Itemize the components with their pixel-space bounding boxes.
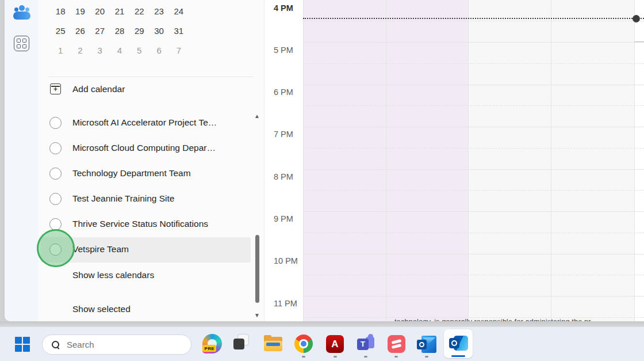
outlook-new-icon[interactable] bbox=[449, 335, 468, 352]
mini-day[interactable]: 1 bbox=[51, 41, 70, 60]
running-indicator bbox=[334, 356, 337, 358]
calendar-checkbox[interactable] bbox=[49, 142, 62, 154]
calendar-name: Microsoft AI Accelerator Project Te… bbox=[72, 117, 217, 128]
current-time-dot bbox=[632, 15, 640, 22]
running-indicator bbox=[302, 356, 305, 358]
mini-day[interactable]: 23 bbox=[149, 2, 168, 21]
hour-line bbox=[303, 169, 644, 170]
scribe-icon[interactable] bbox=[388, 335, 405, 353]
calendar-list-item[interactable]: Technology Department Team bbox=[40, 161, 251, 187]
running-indicator bbox=[394, 356, 398, 358]
calendar-list-item[interactable]: Microsoft AI Accelerator Project Te… bbox=[40, 111, 251, 136]
hour-line bbox=[303, 211, 644, 212]
calendar-checkbox[interactable] bbox=[49, 117, 62, 129]
calendar-checkbox[interactable] bbox=[49, 193, 62, 205]
annotation-circle bbox=[37, 229, 75, 267]
mini-day[interactable]: 24 bbox=[169, 2, 189, 21]
day-column-busy[interactable] bbox=[386, 0, 468, 321]
hour-label: 4 PM bbox=[274, 3, 302, 13]
add-calendar-icon bbox=[50, 83, 61, 94]
calendar-list-item[interactable]: Microsoft Cloud Computing Depar… bbox=[40, 136, 251, 161]
mini-day[interactable]: 2 bbox=[70, 41, 90, 60]
current-time-line bbox=[303, 18, 644, 19]
half-hour-line bbox=[303, 21, 644, 21]
hour-label: 8 PM bbox=[274, 172, 302, 181]
mini-day[interactable]: 18 bbox=[51, 2, 70, 21]
time-grid: 4 PM 5 PM 6 PM 7 PM 8 PM 9 PM 10 PM 11 P… bbox=[264, 0, 644, 321]
mini-day[interactable]: 20 bbox=[90, 2, 110, 21]
half-hour-line bbox=[303, 105, 644, 106]
calendar-name: Technology Department Team bbox=[72, 168, 191, 178]
mini-day[interactable]: 26 bbox=[70, 21, 90, 41]
search-input[interactable] bbox=[66, 339, 166, 350]
half-hour-line bbox=[303, 190, 644, 191]
hour-line bbox=[303, 42, 644, 43]
hour-label: 7 PM bbox=[274, 130, 302, 139]
calendar-list-item[interactable]: Test Jeannie Training Site bbox=[40, 187, 251, 212]
day-column-today[interactable] bbox=[634, 0, 644, 321]
hour-label: 5 PM bbox=[274, 45, 302, 55]
hour-label: 10 PM bbox=[274, 256, 302, 265]
hour-line bbox=[303, 296, 644, 297]
mini-day[interactable]: 3 bbox=[90, 41, 110, 60]
mini-day[interactable]: 4 bbox=[110, 41, 129, 60]
outlook-classic-icon[interactable] bbox=[417, 336, 436, 353]
hour-line bbox=[303, 254, 644, 254]
mini-day[interactable]: 7 bbox=[169, 41, 189, 60]
day-column[interactable] bbox=[551, 0, 634, 321]
desktop-strip bbox=[0, 321, 644, 326]
copilot-pre-badge: PRE bbox=[202, 345, 216, 352]
half-hour-line bbox=[303, 233, 644, 233]
hour-label: 6 PM bbox=[274, 88, 302, 97]
screen: 18 19 20 21 22 23 24 25 26 27 28 29 30 3… bbox=[0, 0, 644, 361]
scrollbar-thumb[interactable] bbox=[255, 235, 259, 303]
mini-day[interactable]: 29 bbox=[129, 21, 149, 41]
teams-icon[interactable]: T bbox=[357, 335, 375, 353]
mini-day[interactable]: 6 bbox=[149, 41, 168, 60]
calendar-checkbox[interactable] bbox=[49, 218, 62, 230]
mini-day[interactable]: 21 bbox=[110, 2, 129, 21]
hour-label: 11 PM bbox=[274, 299, 302, 308]
section-divider bbox=[49, 77, 254, 77]
mini-calendar-week-row: 25 26 27 28 29 30 31 bbox=[51, 21, 189, 41]
file-explorer-icon[interactable] bbox=[264, 341, 282, 351]
start-button[interactable] bbox=[15, 337, 31, 353]
hour-label: 9 PM bbox=[274, 214, 302, 223]
mini-day[interactable]: 5 bbox=[129, 41, 149, 60]
running-indicator bbox=[364, 356, 367, 358]
mini-day[interactable]: 28 bbox=[110, 21, 129, 41]
half-hour-line bbox=[303, 275, 644, 275]
calendar-name: Vetspire Team bbox=[72, 244, 129, 254]
hour-line bbox=[303, 85, 644, 85]
mini-day[interactable]: 19 bbox=[70, 2, 90, 21]
day-column-busy[interactable] bbox=[303, 0, 386, 321]
mini-day[interactable]: 22 bbox=[129, 2, 149, 21]
people-teams-icon[interactable] bbox=[13, 5, 31, 20]
half-hour-line bbox=[303, 63, 644, 64]
add-calendar-button[interactable]: Add calendar bbox=[72, 84, 125, 94]
calendar-list-item[interactable]: Thrive Service Status Notifications bbox=[40, 212, 251, 237]
mini-day[interactable]: 31 bbox=[169, 21, 189, 41]
mini-day[interactable]: 25 bbox=[51, 21, 70, 41]
today-cell-border bbox=[634, 41, 644, 42]
show-less-calendars-button[interactable]: Show less calendars bbox=[72, 270, 154, 280]
search-icon bbox=[52, 341, 60, 349]
calendar-name: Thrive Service Status Notifications bbox=[72, 219, 208, 229]
active-app-indicator bbox=[451, 355, 465, 357]
acrobat-icon[interactable]: A bbox=[326, 335, 344, 353]
more-apps-grid-icon[interactable] bbox=[14, 36, 29, 51]
scroll-down-icon[interactable]: ▼ bbox=[253, 313, 261, 318]
scroll-up-icon[interactable]: ▲ bbox=[253, 113, 261, 119]
mini-day[interactable]: 27 bbox=[90, 21, 110, 41]
calendar-checkbox[interactable] bbox=[49, 168, 62, 180]
task-view-icon[interactable] bbox=[233, 339, 244, 349]
show-selected-button[interactable]: Show selected bbox=[72, 304, 131, 314]
running-indicator bbox=[425, 356, 428, 358]
calendar-name: Microsoft Cloud Computing Depar… bbox=[72, 143, 216, 153]
day-column[interactable] bbox=[468, 0, 551, 321]
half-hour-line bbox=[303, 148, 644, 149]
mini-calendar-week-row-next-month: 1 2 3 4 5 6 7 bbox=[51, 41, 189, 60]
chrome-icon[interactable] bbox=[294, 335, 313, 353]
mini-day[interactable]: 30 bbox=[149, 21, 168, 41]
taskbar-search[interactable] bbox=[42, 335, 191, 355]
